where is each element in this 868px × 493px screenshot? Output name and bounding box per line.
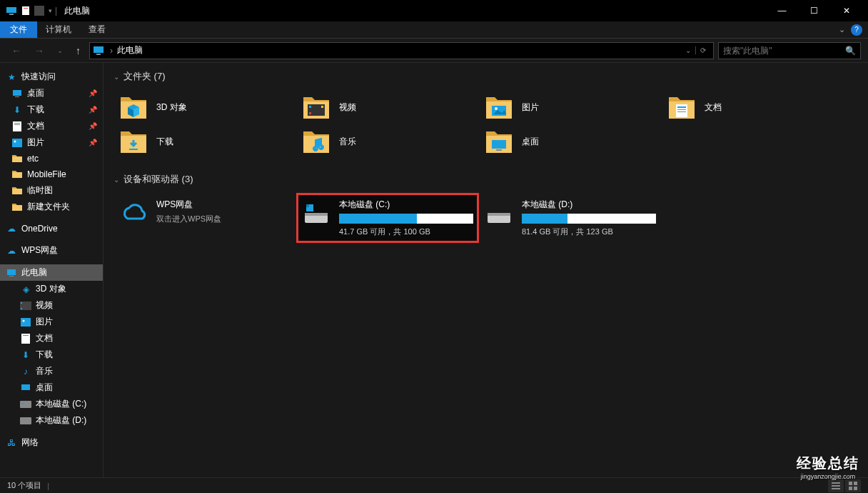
folders-grid: 3D 对象 视频 图片 文档 <box>113 90 858 159</box>
sidebar-item-desktop-pc[interactable]: 桌面 <box>0 379 103 396</box>
svg-rect-0 <box>6 7 16 13</box>
drive-d[interactable]: 本地磁盘 (D:) 81.4 GB 可用，共 123 GB <box>479 193 662 243</box>
tiles-view-button[interactable] <box>845 479 861 492</box>
cube-icon: ◈ <box>20 284 31 295</box>
maximize-button[interactable]: ☐ <box>798 0 830 21</box>
details-view-button[interactable] <box>828 479 844 492</box>
help-icon[interactable]: ? <box>851 24 862 36</box>
sidebar-item-downloads-pc[interactable]: ⬇ 下载 <box>0 347 103 363</box>
svg-rect-17 <box>21 308 22 309</box>
sidebar-wps[interactable]: ☁ WPS网盘 <box>0 242 103 259</box>
sidebar-label: 此电脑 <box>21 267 47 279</box>
history-dropdown[interactable]: ⌄ <box>53 44 67 57</box>
folder-downloads[interactable]: 下载 <box>113 124 296 159</box>
sidebar-quick-access[interactable]: ★ 快速访问 <box>0 69 103 85</box>
refresh-button[interactable]: ⟳ <box>695 46 710 54</box>
sidebar-label: 快速访问 <box>21 71 56 83</box>
monitor-icon <box>11 88 23 99</box>
sidebar-item-newfolder[interactable]: 新建文件夹 <box>0 199 103 215</box>
sidebar-label: 文档 <box>36 332 53 344</box>
svg-rect-37 <box>677 106 686 108</box>
sidebar-item-documents-pc[interactable]: 文档 <box>0 330 103 347</box>
sidebar-label: 图片 <box>36 316 53 328</box>
file-tab[interactable]: 文件 <box>0 21 37 38</box>
svg-rect-21 <box>23 335 29 336</box>
sidebar-item-etc[interactable]: etc <box>0 151 103 166</box>
folder-icon <box>302 127 330 156</box>
drive-wps[interactable]: WPS网盘 双击进入WPS网盘 <box>113 193 296 243</box>
star-icon: ★ <box>6 71 17 83</box>
close-button[interactable]: ✕ <box>830 0 862 21</box>
folder-3d-objects[interactable]: 3D 对象 <box>113 90 296 124</box>
folder-music[interactable]: 音乐 <box>296 124 479 159</box>
svg-point-12 <box>14 140 16 142</box>
svg-rect-53 <box>854 482 857 485</box>
minimize-button[interactable]: — <box>766 0 798 21</box>
computer-tab[interactable]: 计算机 <box>37 21 80 38</box>
sidebar-label: 文档 <box>27 120 44 132</box>
pc-icon[interactable] <box>6 5 17 16</box>
sidebar-item-drive-c[interactable]: 本地磁盘 (C:) <box>0 396 103 412</box>
folder-documents[interactable]: 文档 <box>662 90 844 124</box>
folder-videos[interactable]: 视频 <box>296 90 479 124</box>
svg-rect-24 <box>21 403 24 404</box>
section-title: 文件夹 (7) <box>123 70 166 83</box>
sidebar-item-temp[interactable]: 临时图 <box>0 182 103 199</box>
titlebar-separator: | <box>55 6 57 16</box>
status-separator: | <box>47 482 49 490</box>
svg-rect-30 <box>309 106 311 108</box>
folder-icon <box>11 153 23 164</box>
sidebar-item-music-pc[interactable]: ♪ 音乐 <box>0 363 103 379</box>
address-bar[interactable]: › 此电脑 ⌄ ⟳ <box>89 42 714 59</box>
search-icon[interactable]: 🔍 <box>845 46 856 56</box>
sidebar-item-videos[interactable]: 视频 <box>0 297 103 314</box>
chevron-down-icon: ⌄ <box>113 73 119 81</box>
drive-usage-bar <box>339 214 473 224</box>
doc-icon <box>11 121 23 132</box>
preview-icon[interactable] <box>34 6 44 16</box>
folder-desktop[interactable]: 桌面 <box>479 124 662 159</box>
search-box[interactable]: 🔍 <box>718 42 861 59</box>
up-button[interactable]: ↑ <box>71 42 85 59</box>
sidebar-item-downloads[interactable]: ⬇ 下载 📌 <box>0 101 103 118</box>
qat-dropdown-icon[interactable]: ▾ <box>49 7 52 14</box>
back-button[interactable]: ← <box>7 42 26 59</box>
sidebar-label: 临时图 <box>27 184 53 196</box>
svg-rect-54 <box>849 487 852 490</box>
sidebar-label: 音乐 <box>36 365 53 377</box>
sidebar-label: 桌面 <box>36 382 53 394</box>
properties-icon[interactable] <box>20 5 31 16</box>
sidebar-item-desktop[interactable]: 桌面 📌 <box>0 85 103 101</box>
drive-c[interactable]: 本地磁盘 (C:) 41.7 GB 可用，共 100 GB <box>296 193 479 243</box>
folders-section-header[interactable]: ⌄ 文件夹 (7) <box>113 70 858 83</box>
search-input[interactable] <box>723 46 845 56</box>
forward-button[interactable]: → <box>30 42 49 59</box>
sidebar-onedrive[interactable]: ☁ OneDrive <box>0 221 103 236</box>
folder-pictures[interactable]: 图片 <box>479 90 662 124</box>
ribbon-expand-icon[interactable]: ⌄ <box>839 25 845 34</box>
status-bar: 10 个项目 | <box>0 477 868 493</box>
sidebar-this-pc[interactable]: 此电脑 <box>0 264 103 281</box>
pic-icon <box>20 317 31 328</box>
sidebar-item-3d[interactable]: ◈ 3D 对象 <box>0 281 103 297</box>
drives-section-header[interactable]: ⌄ 设备和驱动器 (3) <box>113 173 858 186</box>
sidebar-network[interactable]: 🖧 网络 <box>0 434 103 451</box>
window-title: 此电脑 <box>64 5 90 17</box>
view-tab[interactable]: 查看 <box>80 21 114 38</box>
sidebar-item-pictures[interactable]: 图片 📌 <box>0 134 103 151</box>
sidebar-item-mobilefile[interactable]: MobileFile <box>0 166 103 182</box>
sidebar-item-drive-d[interactable]: 本地磁盘 (D:) <box>0 412 103 429</box>
address-dropdown-icon[interactable]: ⌄ <box>681 46 695 54</box>
content-pane[interactable]: ⌄ 文件夹 (7) 3D 对象 视频 图片 <box>104 63 868 477</box>
navigation-pane[interactable]: ★ 快速访问 桌面 📌 ⬇ 下载 📌 文档 📌 图片 📌 etc <box>0 63 104 477</box>
cloud-icon: ☁ <box>6 223 17 234</box>
drive-name: WPS网盘 <box>156 199 291 211</box>
svg-rect-41 <box>492 140 506 149</box>
drive-icon <box>20 399 31 410</box>
ribbon-tabs: 文件 计算机 查看 ⌄ ? <box>0 21 868 39</box>
svg-rect-14 <box>9 276 14 277</box>
sidebar-item-pictures-pc[interactable]: 图片 <box>0 314 103 330</box>
sidebar-item-documents[interactable]: 文档 📌 <box>0 118 103 134</box>
breadcrumb-location[interactable]: 此电脑 <box>117 44 681 56</box>
folder-icon <box>485 127 513 156</box>
